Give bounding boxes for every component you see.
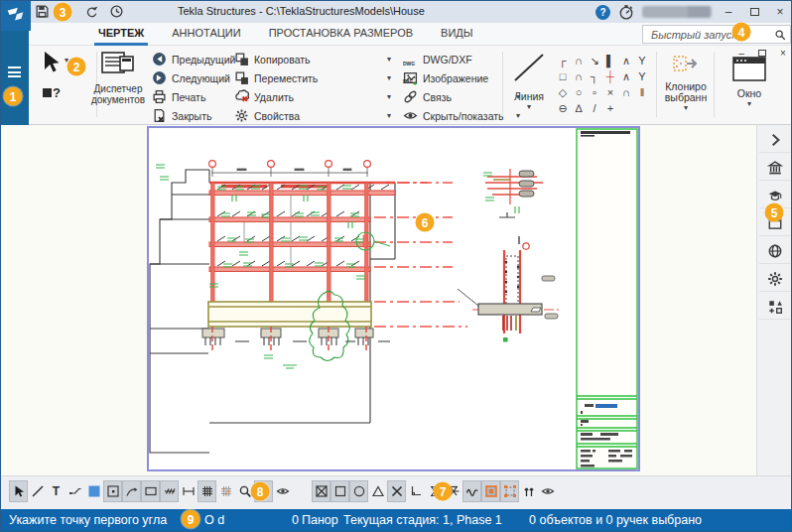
line-tool-button[interactable]: [28, 480, 47, 502]
visibility-button[interactable]: [273, 480, 292, 502]
tab-3[interactable]: ВИДЫ: [427, 23, 486, 46]
draw-ellipse-icon[interactable]: ⊖: [555, 100, 571, 116]
grid-snap-button[interactable]: [198, 480, 216, 502]
quick-launch-search[interactable]: Быстрый запуск: [642, 25, 791, 44]
draw-divide-icon[interactable]: +: [602, 100, 618, 116]
learning-icon: [767, 188, 783, 203]
drawing-close-button[interactable]: ×: [777, 47, 789, 59]
select-corner-button[interactable]: [406, 480, 425, 502]
components-button[interactable]: [759, 155, 792, 181]
draw-polygon-icon[interactable]: ◇: [555, 84, 571, 100]
dwg-dxf-button[interactable]: DWGDXF+ DWG/DXF: [403, 50, 520, 68]
drawing-canvas[interactable]: [1, 125, 756, 475]
dimension-ticks-button[interactable]: [160, 480, 179, 502]
snap-toolbar: T: [9, 480, 292, 502]
select-pointer-button[interactable]: [9, 480, 28, 502]
tekla-online-button[interactable]: [759, 238, 792, 264]
close-button[interactable]: ×: [771, 3, 789, 21]
show-hide-icon: [403, 108, 418, 123]
save-icon[interactable]: [35, 4, 50, 19]
dropdown-icon[interactable]: ▾: [387, 92, 391, 101]
link-button[interactable]: Связь ▾: [403, 87, 520, 106]
draw-arc-icon[interactable]: ∩: [571, 53, 587, 68]
history-icon[interactable]: [109, 4, 124, 19]
line-tool-button[interactable]: Линия ▾: [507, 50, 551, 111]
search-icon[interactable]: [774, 29, 786, 41]
draw-rectangle-icon[interactable]: □: [555, 68, 571, 84]
leader-note-button[interactable]: [66, 480, 84, 502]
dropdown-icon[interactable]: ▾: [387, 111, 391, 120]
minimize-button[interactable]: –: [720, 3, 737, 21]
dropdown-icon[interactable]: ▾: [516, 111, 520, 120]
draw-branch-icon[interactable]: Y: [634, 53, 650, 68]
select-reinforcement-button[interactable]: [519, 480, 538, 502]
tab-1[interactable]: АННОТАЦИИ: [158, 23, 254, 46]
freehand-arrow-button[interactable]: [122, 480, 141, 502]
draw-angle-icon[interactable]: ∧: [618, 53, 634, 68]
boxed-point-button[interactable]: [103, 480, 122, 502]
print-icon: [152, 89, 167, 104]
document-manager-button[interactable]: Диспетчердокументов: [80, 50, 156, 105]
delete-button[interactable]: Удалить ▾: [234, 87, 391, 106]
select-tool-icon[interactable]: [41, 51, 63, 74]
tab-0[interactable]: ЧЕРТЕЖ: [84, 23, 158, 46]
draw-arc2-icon[interactable]: ∩: [571, 68, 587, 84]
settings-button[interactable]: [759, 266, 792, 292]
expand-panel-button[interactable]: [759, 127, 792, 153]
select-circle-button[interactable]: [349, 480, 368, 502]
grid-points-icon: [219, 484, 233, 498]
redo-icon[interactable]: [84, 4, 99, 19]
move-button[interactable]: Переместить ▾: [234, 68, 391, 87]
hamburger-menu-icon[interactable]: [8, 66, 21, 77]
tekla-logo[interactable]: [1, 1, 31, 31]
dimension-line-button[interactable]: [179, 480, 198, 502]
draw-bolt-icon[interactable]: ▌: [602, 53, 618, 68]
select-visibility-button[interactable]: [538, 480, 557, 502]
properties-button[interactable]: Свойства ▾: [234, 106, 391, 125]
draw-triangle-icon[interactable]: ∆: [571, 100, 587, 116]
copy-button[interactable]: Копировать ▾: [234, 50, 391, 68]
inquire-tool-icon[interactable]: ?: [43, 85, 61, 100]
draw-erase-icon[interactable]: ×: [602, 84, 618, 100]
rectangle-snap-button[interactable]: [141, 480, 160, 502]
grid-points-button[interactable]: [216, 480, 235, 502]
color-swatch-button[interactable]: [84, 480, 103, 502]
select-handles-icon: [503, 484, 517, 498]
draw-centermark-icon[interactable]: ┼: [602, 68, 618, 84]
draw-angle2-icon[interactable]: ∧: [618, 68, 634, 84]
select-wave-button[interactable]: [462, 480, 481, 502]
draw-spline-icon[interactable]: ↘: [587, 53, 602, 68]
select-part-button[interactable]: [481, 480, 500, 502]
maximize-button[interactable]: [745, 3, 763, 21]
select-all-filter-button[interactable]: [312, 480, 330, 502]
draw-polyline-icon[interactable]: ┌: [555, 53, 571, 68]
window-tool-button[interactable]: Окно ▾: [726, 56, 773, 108]
draw-step-icon[interactable]: ┐: [587, 68, 602, 84]
drawing-minimize-button[interactable]: –: [735, 47, 747, 59]
dropdown-icon[interactable]: ▾: [387, 55, 391, 64]
draw-arc3-icon[interactable]: ∩: [618, 84, 634, 100]
text-tool-button[interactable]: T: [47, 480, 66, 502]
draw-rect2-icon[interactable]: ▫: [587, 84, 602, 100]
help-icon[interactable]: ?: [595, 5, 610, 20]
stopwatch-icon[interactable]: [618, 4, 634, 20]
custom-components-button[interactable]: [759, 294, 792, 320]
draw-slash-icon[interactable]: /: [587, 100, 602, 116]
search-placeholder: Быстрый запуск: [651, 29, 774, 41]
move-icon: [234, 70, 249, 85]
clone-selected-button[interactable]: Клонировыбранн ▾: [660, 54, 712, 112]
image-button[interactable]: Изображение: [403, 68, 520, 87]
select-cross-icon: [390, 484, 404, 498]
select-square-button[interactable]: [330, 480, 349, 502]
select-cross-button[interactable]: [387, 480, 406, 502]
show-hide-button[interactable]: Скрыть/показать ▾: [403, 106, 520, 125]
select-triangle-button[interactable]: [368, 480, 387, 502]
custom-components-icon: [767, 299, 783, 315]
dropdown-icon[interactable]: ▾: [387, 73, 391, 82]
tab-2[interactable]: ПРОСТАНОВКА РАЗМЕРОВ: [255, 23, 427, 46]
draw-circle-icon[interactable]: ○: [571, 84, 587, 100]
draw-parallel-icon[interactable]: ‖: [634, 84, 650, 100]
draw-branch2-icon[interactable]: Y: [634, 68, 650, 84]
select-handles-button[interactable]: [500, 480, 519, 502]
drawing-restore-button[interactable]: [756, 47, 768, 59]
